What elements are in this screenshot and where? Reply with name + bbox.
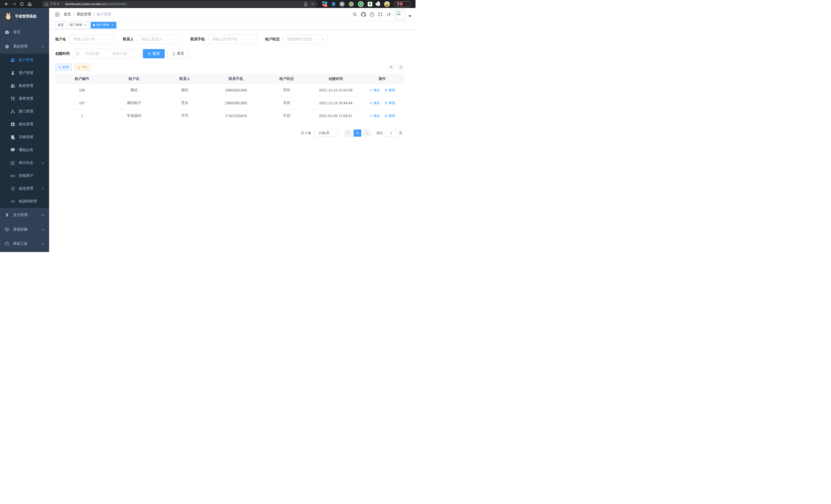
breadcrumb-system[interactable]: 系统管理 [77, 12, 91, 17]
url-bar[interactable]: 不安全 dashboard.yudao.iocoder.cn/system/te… [41, 1, 318, 7]
sidebar-item-label: 系统管理 [13, 44, 28, 49]
flag-extension-icon[interactable] [368, 2, 372, 6]
sidebar-item-sms-management[interactable]: 短信管理 [0, 182, 49, 195]
bookmark-star-icon[interactable]: ☆ [309, 1, 316, 7]
tenant-name-input[interactable]: 请输入租户名 [69, 35, 115, 44]
extensions-puzzle-icon[interactable] [376, 2, 380, 6]
created-date-range-input[interactable]: 开始日期 - 结束日期 [73, 49, 135, 58]
tab-close-icon[interactable]: × [111, 23, 114, 27]
delete-link[interactable]: 删除 [384, 114, 395, 118]
toggle-search-button[interactable] [388, 63, 395, 71]
contact-label: 联系人 [123, 37, 134, 41]
export-button-label: 导出 [82, 65, 88, 69]
sidebar-item-label: 首页 [13, 30, 20, 34]
browser-home-icon[interactable] [26, 1, 33, 7]
col-created: 创建时间 [311, 74, 360, 84]
sidebar-item-role-management[interactable]: 角色管理 [0, 79, 49, 92]
edit-link[interactable]: 修改 [369, 88, 380, 92]
sidebar-item-dict-management[interactable]: 字典管理 [0, 131, 49, 144]
github-icon[interactable] [360, 8, 367, 21]
add-button[interactable]: 新增 [55, 63, 72, 71]
tenant-table: 租户编号 租户名 联系人 联系手机 租户状态 创建时间 操作 108 测试 测试 [55, 74, 404, 122]
refresh-icon [172, 52, 175, 56]
sidebar-item-menu-management[interactable]: 菜单管理 [0, 92, 49, 105]
sidebar-item-dev-tools[interactable]: 研发工具 [0, 237, 49, 251]
sidebar-item-label: 基础设施 [13, 227, 28, 232]
contact-input[interactable]: 请输入联系人 [137, 35, 182, 44]
profile-avatar-icon[interactable] [384, 1, 390, 7]
breadcrumb-home[interactable]: 首页 [64, 12, 71, 17]
next-page-button[interactable] [363, 129, 371, 137]
tab-home[interactable]: 首页 [55, 22, 66, 29]
chevron-down-icon [41, 229, 45, 230]
command-extension-icon[interactable]: ⌘ [339, 2, 345, 7]
payment-yen-icon: ¥ [5, 213, 9, 217]
sidebar-item-online-users[interactable]: 在线用户 [0, 169, 49, 182]
share-icon[interactable] [302, 1, 309, 7]
prev-page-button[interactable] [344, 129, 352, 137]
table-row: 1 芋道源码 芋艿 17321315478 开启 2021-01-05 17:0… [55, 110, 404, 122]
tab-close-icon[interactable]: × [84, 23, 87, 27]
sidebar-item-label: 字典管理 [19, 135, 33, 140]
sidebar-item-notice-management[interactable]: 通知公告 [0, 144, 49, 156]
delete-link[interactable]: 删除 [384, 88, 395, 92]
cell-tenant-name: 测试租户 [109, 97, 159, 110]
edit-link[interactable]: 修改 [369, 101, 380, 105]
app-logo [4, 12, 12, 21]
topbar: 首页 / 系统管理 / 租户管理 ? [49, 8, 416, 21]
tab-dept-management[interactable]: 部门管理 × [67, 22, 89, 29]
mobile-placeholder: 请输入联系手机 [212, 37, 237, 41]
sidebar-item-audit-log[interactable]: 审计日志 [0, 156, 49, 169]
font-size-icon[interactable]: TT [385, 8, 393, 21]
page-size-select[interactable]: 10条/页 [315, 129, 341, 137]
browser-menu-dots-icon[interactable]: ⋮ [405, 2, 408, 6]
delete-link[interactable]: 删除 [384, 101, 395, 105]
error-code-icon [10, 200, 15, 203]
reset-button[interactable]: 重置 [167, 49, 189, 58]
sidebar-item-label: 角色管理 [19, 84, 33, 88]
dev-tools-briefcase-icon [5, 242, 9, 246]
chrome-update-button[interactable]: 更新 ⋮ [394, 1, 411, 7]
page-number-1[interactable]: 1 [353, 129, 361, 137]
browser-back-icon[interactable] [3, 1, 10, 7]
sidebar-item-system-management[interactable]: 系统管理 [0, 39, 49, 54]
chevron-right-icon [366, 131, 368, 135]
browser-reload-icon[interactable] [18, 1, 26, 7]
edit-link[interactable]: 修改 [369, 114, 380, 118]
search-button[interactable]: 搜索 [143, 49, 165, 58]
chevron-down-icon [41, 214, 45, 216]
avatar-dropdown-caret-icon[interactable] [408, 16, 411, 17]
pagination: 共 3 条 10条/页 1 前往 页 [55, 129, 404, 137]
sidebar-item-label: 短信管理 [19, 186, 33, 191]
fullscreen-icon[interactable] [376, 8, 384, 21]
balloon-extension-icon[interactable] [332, 2, 336, 6]
header-search-icon[interactable] [351, 8, 359, 21]
chevron-left-icon [347, 131, 349, 135]
recorder-extension-icon[interactable] [349, 2, 354, 7]
tenant-page-content: 租户名 请输入租户名 联系人 请输入联系人 联系手机 请输入联系手机 [49, 30, 416, 252]
mobile-input[interactable]: 请输入联系手机 [208, 35, 257, 44]
sidebar-item-payment-management[interactable]: ¥ 支付管理 [0, 208, 49, 222]
help-question-icon[interactable]: ? [368, 8, 376, 21]
browser-forward-icon[interactable] [10, 1, 18, 7]
breadcrumb-current: 租户管理 [96, 12, 111, 17]
online-user-icon [10, 174, 15, 178]
y-extension-icon[interactable]: Y [358, 1, 364, 7]
sidebar-item-home[interactable]: 首页 [0, 25, 49, 39]
sidebar-fold-icon[interactable] [53, 8, 61, 21]
sidebar-item-tenant-management[interactable]: 租户管理 [0, 54, 49, 66]
status-select[interactable]: 请选择租户状态 [283, 35, 327, 44]
extension-icon[interactable]: 10 [322, 1, 328, 7]
refresh-table-button[interactable] [397, 63, 404, 71]
tab-tenant-management[interactable]: 租户管理 × [91, 22, 116, 29]
sidebar-item-error-code-management[interactable]: 错误码管理 [0, 195, 49, 208]
sidebar-item-infrastructure[interactable]: 基础设施 [0, 222, 49, 237]
active-tab-dot [93, 24, 95, 26]
sidebar-item-post-management[interactable]: 岗位管理 [0, 118, 49, 131]
app-logo-row[interactable]: 芋道管理系统 [0, 8, 49, 25]
sidebar-item-user-management[interactable]: 用户管理 [0, 66, 49, 79]
sidebar-item-dept-management[interactable]: 部门管理 [0, 105, 49, 118]
goto-page-input[interactable] [385, 129, 397, 137]
user-avatar[interactable] [395, 9, 405, 20]
export-button[interactable]: 导出 [74, 63, 91, 71]
